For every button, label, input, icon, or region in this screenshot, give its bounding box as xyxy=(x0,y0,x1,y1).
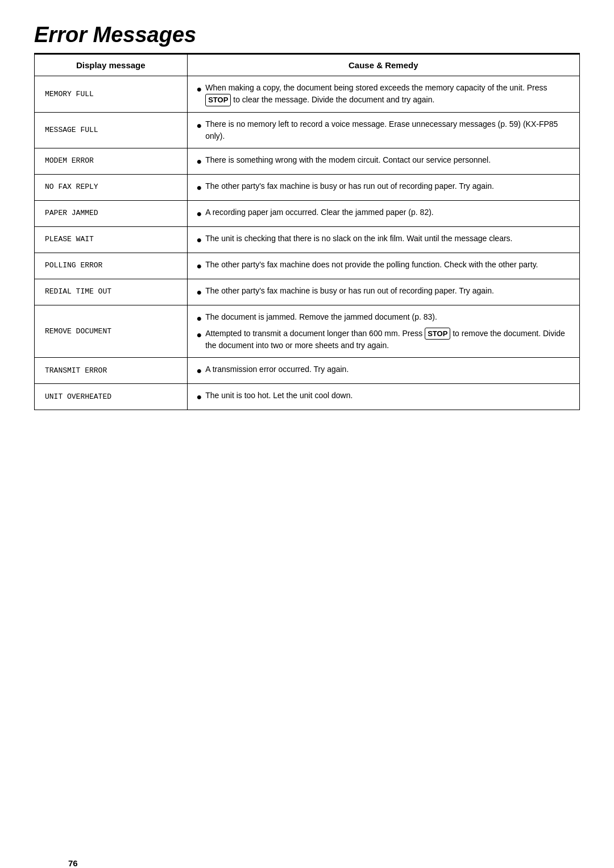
table-row: REMOVE DOCUMENT ● The document is jammed… xyxy=(35,305,580,358)
remedy-text: A recording paper jam occurred. Clear th… xyxy=(205,206,434,218)
table-row: MESSAGE FULL ● There is no memory left t… xyxy=(35,112,580,148)
cause-remedy-cell: ● The unit is too hot. Let the unit cool… xyxy=(187,384,579,410)
col-header-display-message: Display message xyxy=(35,55,188,76)
display-message-cell: PAPER JAMMED xyxy=(35,200,188,226)
remedy-text: When making a copy, the document being s… xyxy=(205,82,570,106)
display-message-cell: UNIT OVERHEATED xyxy=(35,384,188,410)
display-message-cell: NO FAX REPLY xyxy=(35,174,188,200)
cause-remedy-cell: ● There is something wrong with the mode… xyxy=(187,148,579,174)
error-messages-table: Display message Cause & Remedy MEMORY FU… xyxy=(34,54,580,410)
table-row: REDIAL TIME OUT ● The other party's fax … xyxy=(35,279,580,305)
bullet-icon: ● xyxy=(197,328,202,342)
bullet-icon: ● xyxy=(197,207,202,221)
page-number: 76 xyxy=(68,858,78,868)
table-row: NO FAX REPLY ● The other party's fax mac… xyxy=(35,174,580,200)
bullet-icon: ● xyxy=(197,312,202,325)
display-message-cell: MEMORY FULL xyxy=(35,76,188,113)
bullet-icon: ● xyxy=(197,233,202,247)
remedy-text: Attempted to transmit a document longer … xyxy=(205,328,570,352)
stop-key: STOP xyxy=(425,328,450,340)
display-message-cell: TRANSMIT ERROR xyxy=(35,358,188,384)
cause-remedy-cell: ● The other party's fax machine is busy … xyxy=(187,174,579,200)
remedy-text: The other party's fax machine is busy or… xyxy=(205,180,494,192)
cause-remedy-cell: ● When making a copy, the document being… xyxy=(187,76,579,113)
remedy-text: A transmission error occurred. Try again… xyxy=(205,363,349,375)
remedy-text: There is something wrong with the modem … xyxy=(205,154,491,166)
table-row: UNIT OVERHEATED ● The unit is too hot. L… xyxy=(35,384,580,410)
table-row: MEMORY FULL ● When making a copy, the do… xyxy=(35,76,580,113)
table-row: TRANSMIT ERROR ● A transmission error oc… xyxy=(35,358,580,384)
display-message-cell: MODEM ERROR xyxy=(35,148,188,174)
cause-remedy-cell: ● There is no memory left to record a vo… xyxy=(187,112,579,148)
remedy-text: The unit is checking that there is no sl… xyxy=(205,233,512,245)
display-message-cell: REDIAL TIME OUT xyxy=(35,279,188,305)
bullet-icon: ● xyxy=(197,390,202,404)
cause-remedy-cell: ● A transmission error occurred. Try aga… xyxy=(187,358,579,384)
cause-remedy-cell: ● The other party's fax machine does not… xyxy=(187,253,579,279)
bullet-icon: ● xyxy=(197,181,202,195)
cause-remedy-cell: ● A recording paper jam occurred. Clear … xyxy=(187,200,579,226)
table-row: POLLING ERROR ● The other party's fax ma… xyxy=(35,253,580,279)
remedy-text: The unit is too hot. Let the unit cool d… xyxy=(205,390,352,402)
table-row: PLEASE WAIT ● The unit is checking that … xyxy=(35,226,580,253)
table-row: PAPER JAMMED ● A recording paper jam occ… xyxy=(35,200,580,226)
bullet-icon: ● xyxy=(197,119,202,133)
bullet-icon: ● xyxy=(197,259,202,273)
display-message-cell: REMOVE DOCUMENT xyxy=(35,305,188,358)
bullet-icon: ● xyxy=(197,364,202,378)
col-header-cause-remedy: Cause & Remedy xyxy=(187,55,579,76)
table-row: MODEM ERROR ● There is something wrong w… xyxy=(35,148,580,174)
remedy-text: The document is jammed. Remove the jamme… xyxy=(205,311,437,323)
remedy-text: There is no memory left to record a voic… xyxy=(205,118,570,142)
cause-remedy-cell: ● The document is jammed. Remove the jam… xyxy=(187,305,579,358)
cause-remedy-cell: ● The other party's fax machine is busy … xyxy=(187,279,579,305)
display-message-cell: POLLING ERROR xyxy=(35,253,188,279)
cause-remedy-cell: ● The unit is checking that there is no … xyxy=(187,226,579,253)
bullet-icon: ● xyxy=(197,155,202,168)
bullet-icon: ● xyxy=(197,286,202,299)
remedy-text: The other party's fax machine does not p… xyxy=(205,259,538,271)
display-message-cell: MESSAGE FULL xyxy=(35,112,188,148)
stop-key: STOP xyxy=(205,94,231,106)
remedy-text: The other party's fax machine is busy or… xyxy=(205,285,494,297)
display-message-cell: PLEASE WAIT xyxy=(35,226,188,253)
page-title: Error Messages xyxy=(34,23,580,47)
bullet-icon: ● xyxy=(197,82,202,96)
